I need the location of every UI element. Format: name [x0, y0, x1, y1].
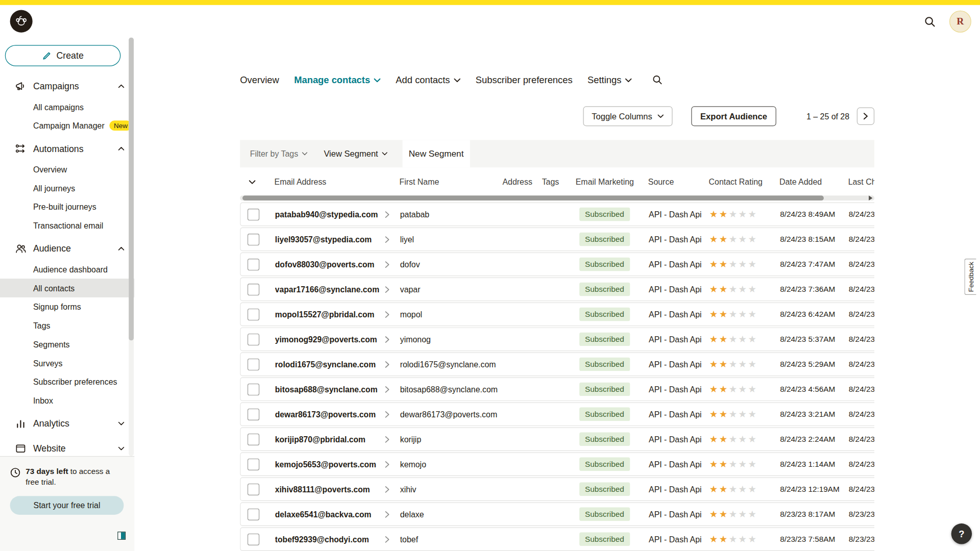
tab-manage-contacts[interactable]: Manage contacts [294, 74, 381, 85]
contact-email-link[interactable]: bitosap688@synclane.com [275, 385, 378, 394]
contact-email-link[interactable]: tobef92939@chodyi.com [275, 535, 369, 544]
sidebar-section-automations[interactable]: Automations [0, 137, 134, 160]
mailchimp-logo[interactable] [10, 10, 33, 33]
row-checkbox[interactable] [248, 258, 259, 270]
header-search-button[interactable] [921, 13, 938, 30]
table-row[interactable]: kemojo5653@poverts.com kemojo Subscribed… [240, 453, 874, 477]
table-row[interactable]: dewar86173@poverts.com dewar86173@povert… [240, 403, 874, 427]
view-segment-dropdown[interactable]: View Segment [315, 140, 395, 167]
filter-by-tags-dropdown[interactable]: Filter by Tags [240, 140, 315, 167]
sidebar-item-segments[interactable]: Segments [0, 335, 134, 354]
row-checkbox[interactable] [248, 433, 259, 445]
column-header-first-name[interactable]: First Name [396, 177, 499, 186]
row-checkbox[interactable] [248, 533, 259, 545]
start-free-trial-button[interactable]: Start your free trial [10, 496, 124, 515]
column-header-tags[interactable]: Tags [539, 177, 573, 186]
sidebar-scrollbar-thumb[interactable] [129, 37, 134, 340]
contact-email-link[interactable]: kemojo5653@poverts.com [275, 460, 376, 469]
horizontal-scrollbar-thumb[interactable] [242, 195, 824, 201]
star-empty-icon: ★ [748, 409, 757, 419]
contact-email-link[interactable]: mopol15527@pbridal.com [275, 310, 375, 319]
sidebar-item-campaign-manager[interactable]: Campaign Manager New [0, 116, 134, 135]
tab-settings[interactable]: Settings [587, 74, 632, 85]
row-checkbox[interactable] [248, 333, 259, 345]
table-row[interactable]: yimonog929@poverts.com yimonog Subscribe… [240, 328, 874, 352]
contact-email-link[interactable]: yimonog929@poverts.com [275, 335, 377, 344]
bulk-select-dropdown[interactable] [240, 180, 271, 184]
column-header-date-added[interactable]: Date Added [776, 177, 845, 186]
sidebar-item-inbox[interactable]: Inbox [0, 391, 134, 410]
row-checkbox[interactable] [248, 408, 259, 420]
table-row[interactable]: korijip870@pbridal.com korijip Subscribe… [240, 428, 874, 452]
column-header-last-changed[interactable]: Last Changed [845, 177, 875, 186]
column-header-email[interactable]: Email Address [271, 177, 396, 186]
sidebar-item-all-journeys[interactable]: All journeys [0, 179, 134, 197]
table-row[interactable]: dofov88030@poverts.com dofov Subscribed … [240, 253, 874, 277]
sidebar-item-all-campaigns[interactable]: All campaigns [0, 97, 134, 116]
account-avatar[interactable]: R [949, 10, 971, 32]
row-checkbox[interactable] [248, 233, 259, 245]
export-audience-button[interactable]: Export Audience [691, 106, 776, 126]
table-row[interactable]: vapar17166@synclane.com vapar Subscribed… [240, 278, 874, 302]
email-cell: liyel93057@stypedia.com [272, 235, 397, 244]
column-header-email-marketing[interactable]: Email Marketing [573, 177, 645, 186]
tab-subscriber-preferences[interactable]: Subscriber preferences [476, 74, 573, 85]
help-button[interactable]: ? [951, 523, 972, 544]
row-checkbox[interactable] [248, 308, 259, 320]
scroll-right-arrow-icon[interactable] [869, 195, 872, 201]
row-checkbox[interactable] [248, 483, 259, 495]
sidebar-section-campaigns[interactable]: Campaigns [0, 75, 134, 97]
sidebar-item-automations-overview[interactable]: Overview [0, 160, 134, 179]
column-header-address[interactable]: Address [499, 177, 538, 186]
column-header-source[interactable]: Source [645, 177, 706, 186]
contact-email-link[interactable]: vapar17166@synclane.com [275, 285, 379, 294]
contacts-search-button[interactable] [652, 74, 663, 85]
create-button[interactable]: Create [5, 45, 121, 66]
sidebar-item-transactional-email[interactable]: Transactional email [0, 216, 134, 235]
collapse-sidebar-icon[interactable] [117, 532, 126, 540]
table-row[interactable]: mopol15527@pbridal.com mopol Subscribed … [240, 303, 874, 327]
sidebar-item-subscriber-preferences[interactable]: Subscriber preferences [0, 372, 134, 391]
sidebar-item-all-contacts[interactable]: All contacts [0, 279, 134, 297]
source-cell: API - Dash Api [646, 260, 706, 269]
row-checkbox[interactable] [248, 208, 259, 220]
sidebar-item-audience-dashboard[interactable]: Audience dashboard [0, 260, 134, 279]
sidebar-item-prebuilt-journeys[interactable]: Pre-built journeys [0, 197, 134, 216]
table-row[interactable]: liyel93057@stypedia.com liyel Subscribed… [240, 228, 874, 252]
table-row[interactable]: tobef92939@chodyi.com tobef Subscribed A… [240, 527, 874, 551]
sidebar: Create Campaigns All campaigns Campaign … [0, 37, 134, 551]
star-rating: ★★★★★ [709, 359, 758, 369]
table-row[interactable]: delaxe6541@backva.com delaxe Subscribed … [240, 502, 874, 526]
contact-email-link[interactable]: xihiv88111@poverts.com [275, 485, 370, 494]
table-row[interactable]: bitosap688@synclane.com bitosap688@syncl… [240, 378, 874, 402]
row-checkbox[interactable] [248, 358, 259, 370]
sidebar-item-signup-forms[interactable]: Signup forms [0, 297, 134, 316]
contact-email-link[interactable]: korijip870@pbridal.com [275, 435, 365, 444]
tab-add-contacts[interactable]: Add contacts [396, 74, 460, 85]
row-checkbox[interactable] [248, 283, 259, 295]
row-checkbox[interactable] [248, 508, 259, 520]
table-row[interactable]: xihiv88111@poverts.com xihiv Subscribed … [240, 478, 874, 502]
row-checkbox[interactable] [248, 383, 259, 395]
contact-email-link[interactable]: dofov88030@poverts.com [275, 260, 375, 269]
contact-email-link[interactable]: patabab940@stypedia.com [275, 210, 378, 219]
sidebar-section-audience[interactable]: Audience [0, 237, 134, 260]
feedback-tab[interactable]: Feedback [964, 259, 976, 295]
sidebar-section-analytics[interactable]: Analytics [0, 412, 134, 435]
sidebar-item-surveys[interactable]: Surveys [0, 354, 134, 372]
sidebar-item-tags[interactable]: Tags [0, 316, 134, 335]
contact-email-link[interactable]: dewar86173@poverts.com [275, 410, 376, 419]
date-added-cell: 8/24/23 8:49AM [777, 210, 846, 218]
toggle-columns-button[interactable]: Toggle Columns [583, 106, 672, 126]
row-checkbox[interactable] [248, 458, 259, 470]
contact-email-link[interactable]: delaxe6541@backva.com [275, 510, 372, 519]
new-segment-button[interactable]: New Segment [402, 140, 470, 167]
table-row[interactable]: rolodi1675@synclane.com rolodi1675@syncl… [240, 353, 874, 377]
contact-email-link[interactable]: rolodi1675@synclane.com [275, 360, 376, 369]
first-name-cell: delaxe [397, 510, 500, 519]
table-row[interactable]: patabab940@stypedia.com patabab Subscrib… [240, 203, 874, 227]
contact-email-link[interactable]: liyel93057@stypedia.com [275, 235, 372, 244]
next-page-button[interactable] [857, 108, 874, 125]
tab-overview[interactable]: Overview [240, 74, 279, 85]
column-header-contact-rating[interactable]: Contact Rating [705, 177, 776, 186]
